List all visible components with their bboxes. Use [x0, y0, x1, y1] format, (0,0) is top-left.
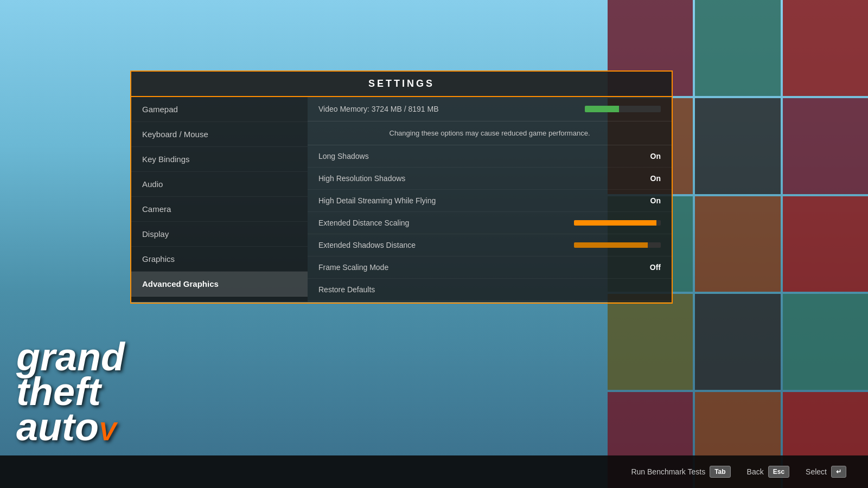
- setting-row-long-shadows: Long ShadowsOn: [308, 145, 672, 168]
- setting-name-restore-defaults: Restore Defaults: [318, 285, 661, 294]
- gta-logo-line2: theft: [16, 374, 125, 409]
- settings-rows: Long ShadowsOnHigh Resolution ShadowsOnH…: [308, 145, 672, 301]
- memory-bar-fill: [585, 106, 619, 112]
- bottom-action-select[interactable]: Select↵: [806, 466, 846, 478]
- bottom-action-run-benchmark[interactable]: Run Benchmark TestsTab: [631, 466, 730, 478]
- setting-row-extended-distance-scaling: Extended Distance Scaling: [308, 212, 672, 234]
- slider-fill-extended-distance-scaling: [574, 220, 656, 226]
- menu-panel: GamepadKeyboard / MouseKey BindingsAudio…: [131, 97, 308, 302]
- setting-value-high-detail-streaming: On: [634, 196, 661, 205]
- settings-title: SETTINGS: [368, 78, 435, 89]
- setting-value-frame-scaling-mode: Off: [634, 263, 661, 272]
- setting-row-frame-scaling-mode: Frame Scaling ModeOff: [308, 256, 672, 279]
- setting-name-frame-scaling-mode: Frame Scaling Mode: [318, 263, 634, 272]
- bottom-action-back[interactable]: BackEsc: [747, 466, 789, 478]
- bottom-action-label-run-benchmark: Run Benchmark Tests: [631, 467, 705, 476]
- container-block: [783, 0, 868, 96]
- setting-name-high-res-shadows: High Resolution Shadows: [318, 174, 634, 183]
- bottom-action-label-back: Back: [747, 467, 764, 476]
- key-badge-back: Esc: [768, 466, 789, 478]
- memory-bar-track: [585, 106, 661, 112]
- sidebar-item-advanced-graphics[interactable]: Advanced Graphics: [131, 272, 308, 297]
- slider-track-extended-distance-scaling[interactable]: [574, 220, 661, 226]
- bottom-action-label-select: Select: [806, 467, 827, 476]
- warning-text: Changing these options may cause reduced…: [308, 121, 672, 145]
- sidebar-item-keyboard-mouse[interactable]: Keyboard / Mouse: [131, 122, 308, 147]
- setting-row-restore-defaults[interactable]: Restore Defaults: [308, 279, 672, 301]
- container-block: [783, 294, 868, 390]
- settings-title-bar: SETTINGS: [131, 72, 672, 97]
- slider-track-extended-shadows-distance[interactable]: [574, 242, 661, 248]
- sidebar-item-display[interactable]: Display: [131, 222, 308, 247]
- sidebar-item-key-bindings[interactable]: Key Bindings: [131, 147, 308, 172]
- sidebar-item-camera[interactable]: Camera: [131, 197, 308, 222]
- gta-logo-line1: grand: [16, 339, 125, 375]
- setting-name-extended-shadows-distance: Extended Shadows Distance: [318, 241, 569, 249]
- container-block: [695, 294, 780, 390]
- settings-panel: SETTINGS GamepadKeyboard / MouseKey Bind…: [130, 70, 673, 304]
- slider-fill-extended-shadows-distance: [574, 242, 648, 248]
- video-memory-row: Video Memory: 3724 MB / 8191 MB: [308, 97, 672, 121]
- sidebar-item-graphics[interactable]: Graphics: [131, 247, 308, 272]
- key-badge-run-benchmark: Tab: [710, 466, 730, 478]
- gta-logo-line3: autoV: [16, 409, 125, 445]
- container-block: [695, 0, 780, 96]
- setting-row-extended-shadows-distance: Extended Shadows Distance: [308, 234, 672, 256]
- bottom-bar: Run Benchmark TestsTabBackEscSelect↵: [0, 455, 868, 488]
- gta-logo: grand theft autoV: [16, 339, 125, 445]
- settings-body: GamepadKeyboard / MouseKey BindingsAudio…: [131, 97, 672, 302]
- sidebar-item-gamepad[interactable]: Gamepad: [131, 97, 308, 122]
- setting-name-long-shadows: Long Shadows: [318, 152, 634, 160]
- container-block: [783, 196, 868, 292]
- video-memory-label: Video Memory: 3724 MB / 8191 MB: [318, 105, 439, 113]
- setting-value-long-shadows: On: [634, 152, 661, 160]
- key-badge-select: ↵: [831, 466, 846, 478]
- setting-row-high-detail-streaming: High Detail Streaming While FlyingOn: [308, 190, 672, 212]
- setting-value-high-res-shadows: On: [634, 174, 661, 183]
- container-block: [608, 294, 693, 390]
- setting-row-high-res-shadows: High Resolution ShadowsOn: [308, 168, 672, 190]
- container-block: [695, 98, 780, 194]
- sidebar-item-voice-chat[interactable]: Voice Chat: [131, 297, 308, 302]
- setting-name-extended-distance-scaling: Extended Distance Scaling: [318, 219, 569, 227]
- sidebar-item-audio[interactable]: Audio: [131, 172, 308, 197]
- container-block: [783, 98, 868, 194]
- content-panel: Video Memory: 3724 MB / 8191 MB Changing…: [308, 97, 672, 302]
- container-block: [695, 196, 780, 292]
- setting-name-high-detail-streaming: High Detail Streaming While Flying: [318, 196, 634, 205]
